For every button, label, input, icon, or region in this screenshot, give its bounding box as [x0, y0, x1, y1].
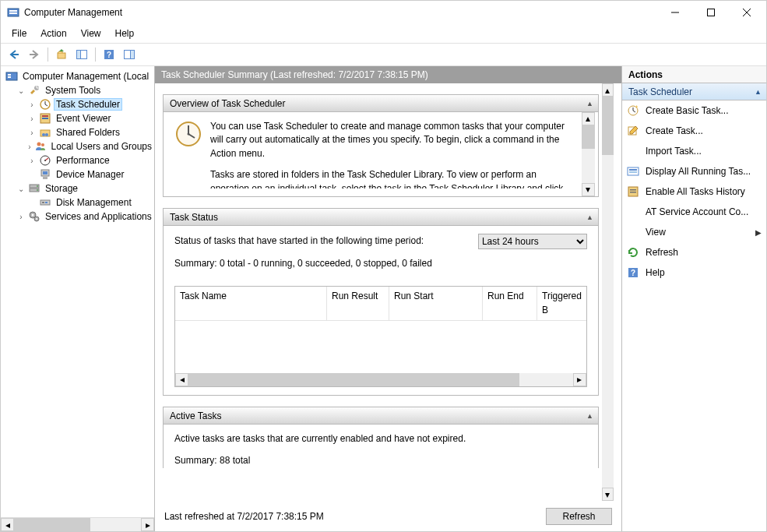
svg-rect-13	[131, 51, 135, 59]
center-footer: Last refreshed at 7/2/2017 7:38:15 PM Re…	[155, 501, 621, 531]
collapse-icon[interactable]: ▲	[586, 213, 593, 221]
col-run-end[interactable]: Run End	[483, 287, 537, 320]
title-bar: Computer Management	[1, 1, 766, 24]
actions-subheader[interactable]: Task Scheduler ▲	[622, 83, 766, 100]
table-horizontal-scrollbar[interactable]: ◂ ▸	[175, 373, 586, 386]
scroll-up-icon[interactable]: ▴	[582, 112, 595, 125]
tree-event-viewer[interactable]: › Event Viewer	[26, 111, 154, 125]
scroll-left-icon[interactable]: ◂	[175, 373, 188, 386]
scroll-down-icon[interactable]: ▾	[602, 488, 614, 501]
collapse-icon[interactable]: ▲	[586, 100, 593, 107]
col-triggered[interactable]: Triggered B	[537, 287, 586, 320]
menu-view[interactable]: View	[75, 26, 107, 41]
svg-point-42	[36, 218, 37, 220]
action-at-service[interactable]: AT Service Account Co...	[622, 202, 766, 222]
tree-local-users[interactable]: › Local Users and Groups	[26, 139, 154, 153]
menu-file[interactable]: File	[5, 26, 33, 41]
expand-icon[interactable]: ›	[27, 143, 32, 151]
svg-rect-9	[77, 51, 81, 59]
menu-bar: File Action View Help	[1, 24, 766, 43]
expand-icon[interactable]: ›	[27, 115, 37, 123]
action-create-basic-task[interactable]: Create Basic Task...	[622, 100, 766, 121]
task-status-table: Task Name Run Result Run Start Run End T…	[174, 286, 587, 387]
expand-icon[interactable]: ›	[27, 129, 37, 137]
collapse-icon[interactable]: ⌄	[16, 86, 26, 95]
action-help[interactable]: ? Help	[622, 262, 766, 283]
task-status-header[interactable]: Task Status ▲	[164, 209, 598, 226]
expand-icon[interactable]: ›	[27, 157, 37, 165]
window-title: Computer Management	[24, 7, 657, 18]
show-hide-tree-button[interactable]	[73, 46, 90, 63]
col-run-result[interactable]: Run Result	[327, 287, 389, 320]
period-label: Status of tasks that have started in the…	[174, 234, 478, 248]
wizard-icon	[627, 104, 639, 117]
tree-root[interactable]: Computer Management (Local	[4, 69, 154, 83]
svg-point-23	[42, 133, 45, 136]
collapse-icon[interactable]: ⌄	[16, 185, 26, 193]
action-view[interactable]: View ▶	[622, 222, 766, 242]
active-tasks-summary: Summary: 88 total	[174, 454, 587, 467]
disk-icon	[39, 196, 51, 209]
action-refresh[interactable]: Refresh	[622, 242, 766, 262]
svg-rect-48	[629, 169, 637, 171]
maximize-button[interactable]	[693, 1, 729, 24]
svg-rect-20	[42, 115, 48, 117]
action-create-task[interactable]: Create Task...	[622, 121, 766, 141]
active-tasks-header[interactable]: Active Tasks ▲	[164, 407, 598, 425]
tree-disk-management[interactable]: › Disk Management	[26, 196, 154, 210]
up-button[interactable]	[53, 46, 70, 63]
scroll-right-icon[interactable]: ▸	[573, 373, 586, 386]
tree-services-apps[interactable]: › Services and Applications	[15, 210, 154, 224]
tree-horizontal-scrollbar[interactable]: ◂ ▸	[1, 517, 154, 531]
svg-text:?: ?	[107, 51, 111, 59]
collapse-icon[interactable]: ▲	[755, 88, 762, 96]
svg-rect-30	[43, 171, 47, 174]
tree-system-tools[interactable]: ⌄ System Tools	[15, 83, 154, 97]
tree-task-scheduler[interactable]: › Task Scheduler	[26, 97, 154, 111]
center-title: Task Scheduler Summary (Last refreshed: …	[155, 66, 621, 83]
svg-rect-21	[42, 118, 48, 119]
storage-icon	[28, 182, 40, 195]
overview-scrollbar[interactable]: ▴ ▾	[582, 112, 595, 196]
action-import-task[interactable]: Import Task...	[622, 141, 766, 161]
show-hide-action-button[interactable]	[121, 46, 138, 63]
col-task-name[interactable]: Task Name	[175, 287, 327, 320]
svg-text:?: ?	[631, 269, 635, 277]
tree-device-manager[interactable]: › Device Manager	[26, 167, 154, 181]
svg-rect-2	[9, 12, 17, 14]
tree-storage[interactable]: ⌄ Storage	[15, 181, 154, 196]
svg-point-40	[32, 214, 34, 217]
collapse-icon[interactable]: ▲	[586, 412, 593, 420]
scroll-down-icon[interactable]: ▾	[582, 183, 595, 196]
refresh-button[interactable]: Refresh	[546, 508, 612, 525]
scroll-right-icon[interactable]: ▸	[141, 518, 154, 531]
overview-header[interactable]: Overview of Task Scheduler ▲	[164, 95, 598, 112]
menu-action[interactable]: Action	[34, 26, 72, 41]
action-enable-history[interactable]: Enable All Tasks History	[622, 181, 766, 202]
expand-icon[interactable]: ›	[27, 100, 37, 109]
menu-help[interactable]: Help	[109, 26, 141, 41]
refresh-icon	[627, 246, 639, 259]
back-button[interactable]	[5, 46, 23, 63]
expand-icon[interactable]: ›	[16, 213, 26, 221]
device-manager-icon	[39, 168, 51, 181]
svg-point-26	[41, 143, 44, 146]
forward-button[interactable]	[26, 46, 43, 63]
svg-rect-4	[708, 9, 715, 16]
tools-icon	[28, 84, 40, 97]
close-button[interactable]	[729, 1, 765, 24]
svg-point-25	[37, 143, 40, 146]
period-select[interactable]: Last 24 hours	[478, 234, 587, 249]
scroll-up-icon[interactable]: ▴	[602, 83, 614, 97]
center-vertical-scrollbar[interactable]: ▴ ▾	[602, 83, 614, 501]
scroll-left-icon[interactable]: ◂	[1, 518, 14, 531]
help-button[interactable]: ?	[100, 46, 118, 63]
submenu-arrow-icon: ▶	[755, 228, 762, 237]
tree-shared-folders[interactable]: › Shared Folders	[26, 125, 154, 139]
col-run-start[interactable]: Run Start	[389, 287, 483, 320]
svg-point-28	[44, 160, 46, 161]
action-display-running[interactable]: Display All Running Tas...	[622, 161, 766, 181]
tree-performance[interactable]: › Performance	[26, 153, 154, 167]
minimize-button[interactable]	[657, 1, 693, 24]
last-refreshed-label: Last refreshed at 7/2/2017 7:38:15 PM	[164, 511, 546, 522]
